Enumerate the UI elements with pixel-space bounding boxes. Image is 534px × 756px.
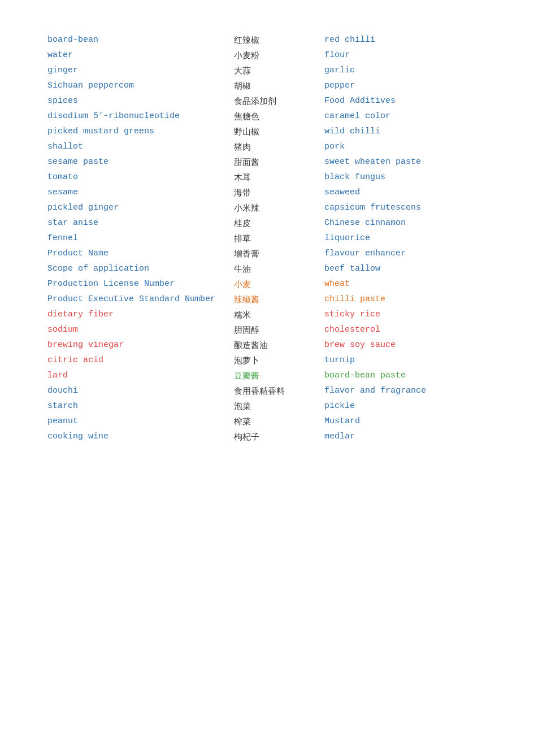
row-zh-0: 红辣椒	[232, 34, 322, 47]
row-en2-22: board-bean paste	[322, 370, 489, 383]
row-en-0: board-bean	[45, 34, 232, 47]
row-en-26: cooking wine	[45, 431, 232, 444]
row-en-12: star anise	[45, 217, 232, 230]
row-en-1: water	[45, 49, 232, 62]
row-en2-20: brew soy sauce	[322, 339, 489, 352]
row-en-24: starch	[45, 400, 232, 413]
row-zh-1: 小麦粉	[232, 49, 322, 62]
row-zh-16: 小麦	[232, 278, 322, 291]
row-en2-25: Mustard	[322, 415, 489, 428]
row-en2-6: wild chilli	[322, 125, 489, 138]
row-zh-23: 食用香精香料	[232, 385, 322, 398]
row-en2-7: pork	[322, 141, 489, 154]
row-en2-4: Food Additives	[322, 95, 489, 108]
row-en2-9: black fungus	[322, 171, 489, 184]
row-en2-11: capsicum frutescens	[322, 202, 489, 215]
row-zh-18: 糯米	[232, 309, 322, 321]
row-en2-1: flour	[322, 49, 489, 62]
row-en2-16: wheat	[322, 278, 489, 291]
row-en2-14: flavour enhancer	[322, 247, 489, 260]
row-en-25: peanut	[45, 415, 232, 428]
row-en2-12: Chinese cinnamon	[322, 217, 489, 230]
row-zh-5: 焦糖色	[232, 110, 322, 123]
row-en2-19: cholesterol	[322, 324, 489, 337]
row-en-16: Production License Number	[45, 278, 232, 291]
row-zh-20: 酿造酱油	[232, 339, 322, 352]
row-en-14: Product Name	[45, 247, 232, 260]
row-zh-21: 泡萝卜	[232, 354, 322, 367]
row-en2-23: flavor and fragrance	[322, 385, 489, 398]
row-en-17: Product Executive Standard Number	[45, 293, 232, 306]
row-en-6: picked mustard greens	[45, 125, 232, 138]
row-en2-21: turnip	[322, 354, 489, 367]
row-zh-12: 桂皮	[232, 217, 322, 230]
row-en-13: fennel	[45, 232, 232, 245]
row-en-18: dietary fiber	[45, 309, 232, 321]
row-zh-14: 增香膏	[232, 247, 322, 260]
row-en2-2: garlic	[322, 64, 489, 77]
row-en-19: sodium	[45, 324, 232, 337]
row-zh-25: 榨菜	[232, 415, 322, 428]
row-en2-8: sweet wheaten paste	[322, 156, 489, 169]
row-en-11: pickled ginger	[45, 202, 232, 215]
row-en-23: douchi	[45, 385, 232, 398]
row-zh-4: 食品添加剂	[232, 95, 322, 108]
row-zh-15: 牛油	[232, 263, 322, 276]
row-zh-6: 野山椒	[232, 125, 322, 138]
row-zh-10: 海带	[232, 186, 322, 199]
row-zh-2: 大蒜	[232, 64, 322, 77]
row-zh-8: 甜面酱	[232, 156, 322, 169]
row-en2-10: seaweed	[322, 186, 489, 199]
row-en-15: Scope of application	[45, 263, 232, 276]
row-zh-3: 胡椒	[232, 80, 322, 93]
row-en2-17: chilli paste	[322, 293, 489, 306]
row-en2-18: sticky rice	[322, 309, 489, 321]
row-en-8: sesame paste	[45, 156, 232, 169]
row-en-3: Sichuan peppercom	[45, 80, 232, 93]
row-en-9: tomato	[45, 171, 232, 184]
row-en2-3: pepper	[322, 80, 489, 93]
row-zh-9: 木耳	[232, 171, 322, 184]
row-zh-26: 枸杞子	[232, 431, 322, 444]
row-zh-7: 猪肉	[232, 141, 322, 154]
ingredient-table: board-bean红辣椒red chilliwater小麦粉flourging…	[45, 34, 489, 444]
row-en2-5: caramel color	[322, 110, 489, 123]
row-en-7: shallot	[45, 141, 232, 154]
row-en-4: spices	[45, 95, 232, 108]
row-zh-19: 胆固醇	[232, 324, 322, 337]
row-en-2: ginger	[45, 64, 232, 77]
row-zh-13: 排草	[232, 232, 322, 245]
row-zh-17: 辣椒酱	[232, 293, 322, 306]
row-en2-15: beef tallow	[322, 263, 489, 276]
row-en-20: brewing vinegar	[45, 339, 232, 352]
row-en-21: citric acid	[45, 354, 232, 367]
row-en2-0: red chilli	[322, 34, 489, 47]
row-en-10: sesame	[45, 186, 232, 199]
row-en-22: lard	[45, 370, 232, 383]
row-zh-22: 豆瓣酱	[232, 370, 322, 383]
row-en2-24: pickle	[322, 400, 489, 413]
row-zh-11: 小米辣	[232, 202, 322, 215]
row-en-5: disodium 5'-ribonucleotide	[45, 110, 232, 123]
row-en2-26: medlar	[322, 431, 489, 444]
row-zh-24: 泡菜	[232, 400, 322, 413]
row-en2-13: liquorice	[322, 232, 489, 245]
